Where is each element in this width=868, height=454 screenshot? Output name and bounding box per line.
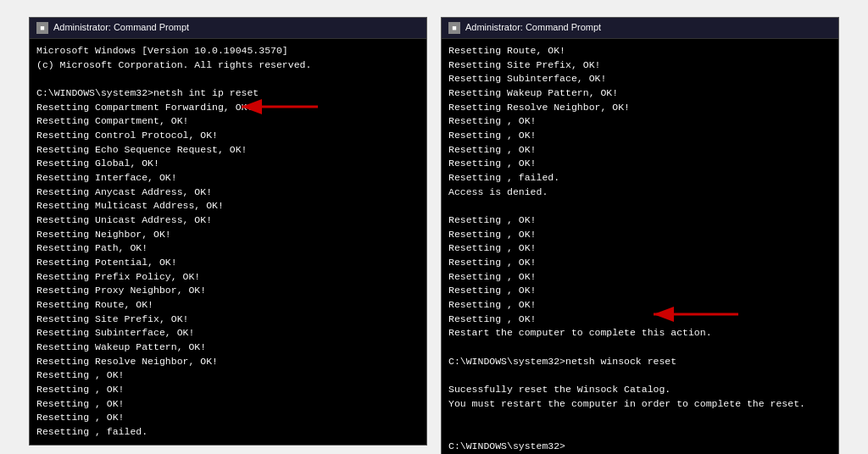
- title-right: Administrator: Command Prompt: [465, 21, 601, 35]
- cmd-body-left: Microsoft Windows [Version 10.0.19045.35…: [30, 39, 426, 445]
- title-left: Administrator: Command Prompt: [53, 21, 189, 35]
- arrow-right: [645, 302, 747, 326]
- cmd-text-right: Resetting Route, OK! Resetting Site Pref…: [448, 44, 832, 453]
- cmd-body-right: Resetting Route, OK! Resetting Site Pref…: [442, 39, 838, 454]
- cmd-window-right: ■ Administrator: Command Prompt Resettin…: [441, 17, 839, 454]
- titlebar-left: ■ Administrator: Command Prompt: [30, 18, 426, 39]
- cmd-icon-left: ■: [36, 22, 48, 34]
- main-container: ■ Administrator: Command Prompt Microsof…: [0, 0, 868, 454]
- titlebar-right: ■ Administrator: Command Prompt: [442, 18, 838, 39]
- arrow-left: [233, 95, 326, 119]
- cmd-text-left: Microsoft Windows [Version 10.0.19045.35…: [36, 44, 420, 440]
- cmd-icon-right: ■: [448, 22, 460, 34]
- cmd-window-left: ■ Administrator: Command Prompt Microsof…: [29, 17, 427, 446]
